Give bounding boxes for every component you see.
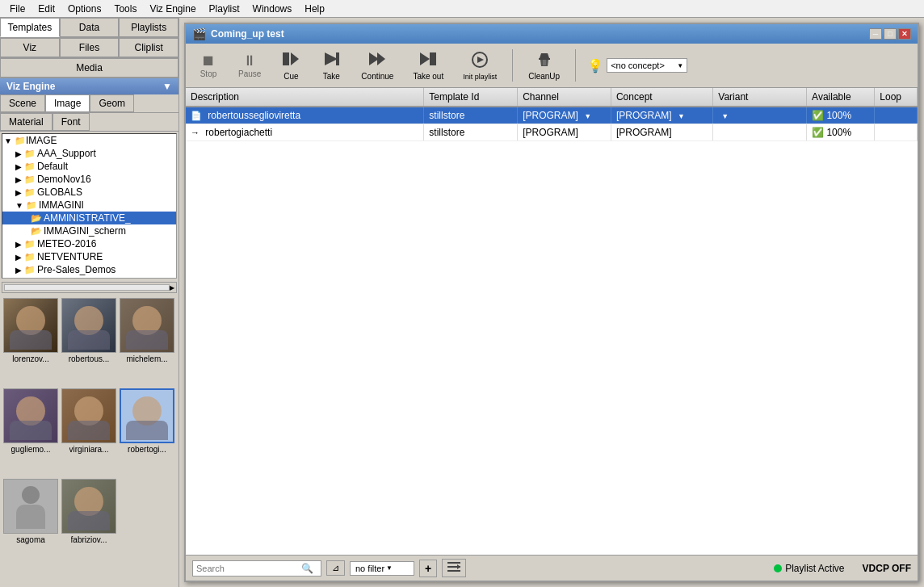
minimize-button[interactable]: ─ (869, 28, 882, 40)
tree-expand-icon: ▶ (15, 240, 22, 249)
tree-item[interactable]: ▶📁METEO-2016 (2, 237, 176, 250)
search-box: 🔍 (192, 560, 321, 577)
svg-rect-7 (430, 52, 436, 65)
tree-item[interactable]: ▶📁DemoNov16 (2, 173, 176, 186)
search-input[interactable] (196, 564, 301, 573)
thumbnail-item[interactable]: sagoma (3, 479, 58, 566)
subtab-scene[interactable]: Scene (0, 94, 45, 112)
take-out-label: Take out (413, 72, 443, 81)
col-variant[interactable]: Variant (713, 88, 807, 107)
tree-item[interactable]: 📂AMMINISTRATIVE_ (2, 212, 176, 224)
filter-funnel-button[interactable]: ⊿ (326, 560, 345, 576)
thumbnail-item[interactable]: lorenzov... (3, 298, 58, 385)
menu-help[interactable]: Help (298, 2, 331, 16)
menu-playlist[interactable]: Playlist (203, 2, 246, 16)
cue-button[interactable]: Cue (273, 47, 309, 84)
tree-item[interactable]: ▶📁GLOBALS (2, 186, 176, 199)
subtab-image[interactable]: Image (45, 94, 90, 112)
cell-variant (713, 124, 807, 141)
subtab-font[interactable]: Font (52, 113, 90, 131)
tree-item[interactable]: ▼📁IMMAGINI (2, 199, 176, 212)
menu-viz-engine[interactable]: Viz Engine (143, 2, 202, 16)
tree-view[interactable]: ▼ 📁 IMAGE ▶📁AAA_Support▶📁Default▶📁DemoNo… (2, 133, 177, 279)
cell-template-id: stillstore (424, 107, 518, 124)
search-icon[interactable]: 🔍 (301, 563, 313, 574)
svg-marker-16 (457, 564, 460, 569)
tree-item-image[interactable]: ▼ 📁 IMAGE (2, 134, 176, 147)
menu-options[interactable]: Options (61, 2, 107, 16)
window-titlebar: 🎬 Coming_up test ─ □ ✕ (186, 24, 918, 44)
cleanup-icon (535, 50, 554, 70)
tree-item-label: Default (37, 161, 68, 172)
viz-engine-header: Viz Engine ▼ (0, 78, 178, 94)
col-channel[interactable]: Channel (518, 88, 611, 107)
table-header-row: Description Template Id Channel Concept … (186, 88, 918, 107)
sub-tabs-row2: Material Font (0, 113, 178, 132)
thumbnail-item[interactable]: robertous... (61, 298, 116, 385)
concept-dropdown[interactable]: <no concept> ▼ (607, 58, 687, 73)
thumbnail-label: lorenzov... (12, 354, 48, 363)
col-template-id[interactable]: Template Id (424, 88, 518, 107)
media-button[interactable]: Media (0, 58, 178, 78)
thumbnail-image (3, 388, 58, 443)
init-playlist-button[interactable]: Init playlist (456, 48, 504, 84)
thumbnail-item[interactable]: robertogi... (120, 388, 174, 476)
tree-expand-icon: ▶ (15, 162, 22, 171)
continue-icon (368, 50, 387, 70)
folder-icon: 📂 (31, 226, 42, 237)
menu-tools[interactable]: Tools (107, 2, 143, 16)
list-options-button[interactable] (442, 559, 466, 577)
init-playlist-label: Init playlist (463, 73, 497, 81)
col-description[interactable]: Description (186, 88, 424, 107)
tree-item[interactable]: ▶📁AAA_Support (2, 147, 176, 160)
thumbnail-item[interactable]: gugliemo... (3, 388, 58, 476)
cleanup-button[interactable]: CleanUp (521, 47, 567, 84)
thumbnail-item[interactable]: virginiara... (61, 388, 116, 476)
tab-templates[interactable]: Templates (0, 18, 60, 37)
toolbar: ⏹ Stop ⏸ Pause Cue Take (186, 44, 918, 88)
add-item-button[interactable]: + (419, 560, 437, 577)
col-available[interactable]: Available (807, 88, 875, 107)
col-loop[interactable]: Loop (875, 88, 918, 107)
media-row: Media (0, 58, 178, 78)
subtab-material[interactable]: Material (0, 113, 52, 131)
continue-button[interactable]: Continue (354, 47, 401, 84)
thumbnail-item[interactable]: michelem... (120, 298, 174, 385)
maximize-button[interactable]: □ (884, 28, 897, 40)
thumbnail-item[interactable]: fabriziov... (61, 479, 116, 566)
filter-dropdown[interactable]: no filter ▼ (350, 561, 414, 576)
take-button[interactable]: Take (313, 47, 349, 84)
tab-playlists[interactable]: Playlists (119, 18, 178, 37)
stop-button[interactable]: ⏹ Stop (191, 50, 226, 82)
tab-viz[interactable]: Viz (0, 38, 60, 57)
tab-data[interactable]: Data (60, 18, 120, 37)
subtab-geom[interactable]: Geom (90, 94, 134, 112)
cell-concept: [PROGRAM] (611, 124, 712, 141)
menu-edit[interactable]: Edit (32, 2, 61, 16)
vdcp-off-label: VDCP OFF (863, 563, 911, 574)
folder-icon: 📁 (15, 136, 26, 146)
tab-files[interactable]: Files (60, 38, 120, 57)
svg-marker-2 (325, 52, 338, 65)
tree-expand-icon: ▶ (15, 175, 22, 184)
menu-file[interactable]: File (3, 2, 32, 16)
take-icon (321, 50, 341, 70)
folder-icon: 📁 (24, 161, 36, 172)
tree-item[interactable]: ▶📁Pre-Sales_Demos (2, 263, 176, 276)
take-out-button[interactable]: Take out (405, 47, 451, 84)
menu-windows[interactable]: Windows (246, 2, 299, 16)
scroll-right-icon[interactable]: ▶ (170, 284, 174, 291)
tree-item[interactable]: 📂IMMAGINI_scherm (2, 224, 176, 237)
tree-scrollbar[interactable]: ▶ (2, 282, 177, 293)
playlist-table[interactable]: Description Template Id Channel Concept … (186, 88, 918, 555)
table-row[interactable]: 📄 robertousseglioviretta stillstore [PRO… (186, 107, 918, 124)
viz-engine-arrow-icon[interactable]: ▼ (162, 81, 172, 92)
pause-button[interactable]: ⏸ Pause (231, 50, 268, 82)
tree-item[interactable]: ▶📁NETVENTURE (2, 250, 176, 263)
table-row[interactable]: → robertogiachetti stillstore [PROGRAM] … (186, 124, 918, 141)
tree-item-label: AAA_Support (37, 148, 96, 159)
tree-item[interactable]: ▶📁Default (2, 160, 176, 173)
col-concept[interactable]: Concept (611, 88, 712, 107)
close-button[interactable]: ✕ (898, 28, 911, 40)
tab-cliplist[interactable]: Cliplist (119, 38, 178, 57)
